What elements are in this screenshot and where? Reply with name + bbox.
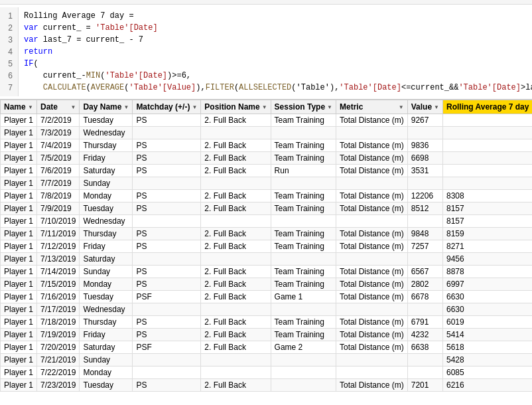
cell-metric	[336, 253, 408, 266]
line-numbers: 1 2 3 4 5 6 7	[0, 7, 19, 96]
cell-date: 7/15/2019	[37, 278, 80, 291]
cell-position_name: 2. Full Back	[201, 341, 271, 354]
cell-date: 7/9/2019	[37, 202, 80, 215]
cell-day_name: Sunday	[80, 354, 133, 366]
filter-arrow-name[interactable]: ▼	[28, 104, 33, 110]
col-header-day_name[interactable]: Day Name ▼	[80, 100, 133, 114]
col-header-matchday[interactable]: Matchday (+/-) ▼	[133, 100, 201, 114]
cell-name: Player 1	[1, 190, 37, 202]
col-header-rolling_avg[interactable]: Rolling Average 7 day ▼	[442, 100, 532, 114]
table-row: Player 17/4/2019ThursdayPS2. Full BackTe…	[1, 139, 533, 152]
cell-name: Player 1	[1, 316, 37, 329]
cell-rolling_avg: 5428	[442, 354, 532, 366]
col-label-date: Date	[40, 102, 58, 112]
filter-arrow-session_type[interactable]: ▼	[327, 104, 332, 110]
filter-arrow-value[interactable]: ▼	[434, 104, 439, 110]
cell-name: Player 1	[1, 114, 37, 127]
cell-value: 6698	[407, 152, 442, 165]
cell-date: 7/16/2019	[37, 291, 80, 303]
cell-session_type	[271, 127, 336, 139]
cell-metric: Total Distance (m)	[336, 278, 408, 291]
cell-metric	[336, 127, 408, 139]
cross-button[interactable]	[13, 1, 17, 3]
cell-rolling_avg	[442, 152, 532, 165]
cell-matchday: PS	[133, 266, 201, 278]
cell-position_name	[201, 177, 271, 190]
table-row: Player 17/13/2019Saturday9456	[1, 253, 533, 266]
table-row: Player 17/16/2019TuesdayPSF2. Full BackG…	[1, 291, 533, 303]
cell-rolling_avg: 6019	[442, 316, 532, 329]
filter-arrow-position_name[interactable]: ▼	[262, 104, 267, 110]
table-container[interactable]: Name ▼ Date ▼ Day Name ▼ Matchday (+/-) …	[0, 100, 532, 405]
cell-day_name: Friday	[80, 152, 133, 165]
cell-value	[407, 354, 442, 366]
cell-session_type: Team Training	[271, 278, 336, 291]
filter-arrow-matchday[interactable]: ▼	[192, 104, 197, 110]
cell-session_type	[271, 177, 336, 190]
cell-value: 3531	[407, 165, 442, 177]
cell-value	[407, 177, 442, 190]
cell-name: Player 1	[1, 278, 37, 291]
cell-day_name: Tuesday	[80, 114, 133, 127]
cell-matchday: PS	[133, 379, 201, 392]
code-content[interactable]: Rolling Average 7 day = var current_ = '…	[19, 7, 532, 96]
cell-position_name: 2. Full Back	[201, 190, 271, 202]
cell-day_name: Tuesday	[80, 291, 133, 303]
cell-matchday: PSF	[133, 291, 201, 303]
cell-rolling_avg: 8157	[442, 215, 532, 228]
col-header-value[interactable]: Value ▼	[407, 100, 442, 114]
cell-value	[407, 253, 442, 266]
cell-day_name: Wednesday	[80, 127, 133, 139]
col-header-session_type[interactable]: Session Type ▼	[271, 100, 336, 114]
cell-value: 2802	[407, 278, 442, 291]
cell-day_name: Wednesday	[80, 215, 133, 228]
cell-matchday: PS	[133, 139, 201, 152]
filter-arrow-date[interactable]: ▼	[71, 104, 76, 110]
cell-day_name: Monday	[80, 366, 133, 379]
filter-arrow-metric[interactable]: ▼	[399, 104, 404, 110]
cell-name: Player 1	[1, 228, 37, 240]
cell-session_type: Team Training	[271, 240, 336, 253]
cell-metric: Total Distance (m)	[336, 379, 408, 392]
table-row: Player 17/6/2019SaturdayPS2. Full BackRu…	[1, 165, 533, 177]
cell-rolling_avg: 6630	[442, 291, 532, 303]
filter-arrow-day_name[interactable]: ▼	[123, 104, 129, 110]
cell-rolling_avg	[442, 165, 532, 177]
cell-metric: Total Distance (m)	[336, 139, 408, 152]
col-header-position_name[interactable]: Position Name ▼	[201, 100, 271, 114]
cell-session_type: Team Training	[271, 152, 336, 165]
col-header-metric[interactable]: Metric ▼	[336, 100, 408, 114]
cell-matchday: PS	[133, 152, 201, 165]
table-row: Player 17/2/2019TuesdayPS2. Full BackTea…	[1, 114, 533, 127]
cell-metric	[336, 215, 408, 228]
cell-matchday: PSF	[133, 341, 201, 354]
cell-metric: Total Distance (m)	[336, 316, 408, 329]
cell-name: Player 1	[1, 379, 37, 392]
check-button[interactable]	[4, 1, 8, 3]
cell-value: 12206	[407, 190, 442, 202]
cell-matchday	[133, 177, 201, 190]
cell-metric: Total Distance (m)	[336, 202, 408, 215]
cell-session_type: Team Training	[271, 202, 336, 215]
table-row: Player 17/15/2019MondayPS2. Full BackTea…	[1, 278, 533, 291]
cell-matchday: PS	[133, 278, 201, 291]
cell-session_type: Team Training	[271, 329, 336, 341]
col-label-value: Value	[411, 102, 432, 112]
cell-metric	[336, 177, 408, 190]
col-label-day_name: Day Name	[83, 102, 121, 112]
col-header-name[interactable]: Name ▼	[1, 100, 37, 114]
cell-session_type: Team Training	[271, 114, 336, 127]
cell-day_name: Monday	[80, 190, 133, 202]
cell-day_name: Saturday	[80, 253, 133, 266]
table-row: Player 17/8/2019MondayPS2. Full BackTeam…	[1, 190, 533, 202]
col-header-date[interactable]: Date ▼	[37, 100, 80, 114]
cell-day_name: Wednesday	[80, 303, 133, 316]
cell-name: Player 1	[1, 240, 37, 253]
cell-name: Player 1	[1, 152, 37, 165]
cell-date: 7/20/2019	[37, 341, 80, 354]
cell-date: 7/2/2019	[37, 114, 80, 127]
cell-value: 6791	[407, 316, 442, 329]
cell-session_type: Game 1	[271, 291, 336, 303]
col-label-matchday: Matchday (+/-)	[136, 102, 190, 112]
cell-position_name	[201, 366, 271, 379]
